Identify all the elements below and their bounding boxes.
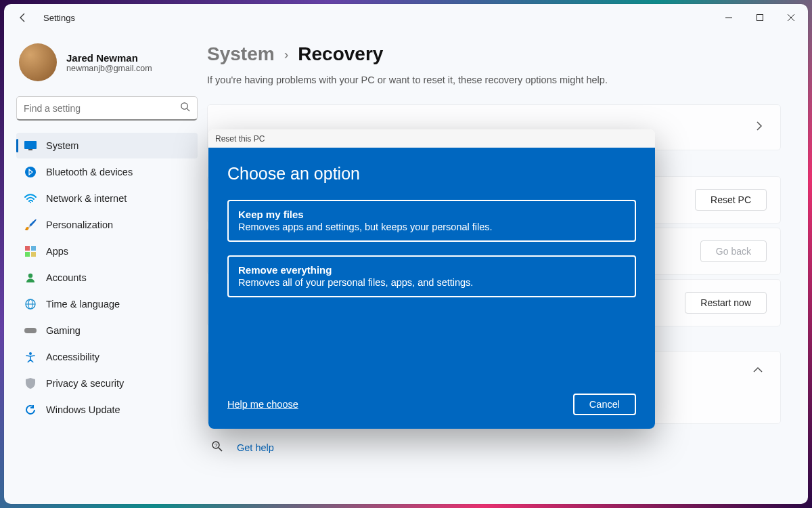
dialog-heading: Choose an option — [227, 164, 636, 184]
svg-point-7 — [30, 202, 31, 203]
search-icon — [180, 102, 190, 114]
profile-name: Jared Newman — [66, 52, 152, 64]
sidebar-item-label: Personalization — [46, 219, 113, 230]
sidebar-item-gaming[interactable]: Gaming — [16, 318, 198, 343]
sidebar-item-label: Windows Update — [46, 404, 120, 415]
settings-window: Settings Jared Newman newmanjb@gmail.com — [4, 4, 808, 504]
sidebar: Jared Newman newmanjb@gmail.com System B… — [4, 31, 207, 504]
minimize-button[interactable] — [713, 7, 744, 28]
sidebar-item-label: System — [46, 140, 78, 151]
svg-line-3 — [187, 108, 189, 111]
get-help-link[interactable]: Get help — [237, 442, 274, 453]
sidebar-item-label: Network & internet — [46, 193, 127, 204]
sidebar-item-label: Accounts — [46, 272, 87, 283]
svg-rect-9 — [31, 246, 36, 251]
sidebar-item-label: Bluetooth & devices — [46, 167, 133, 177]
search-input[interactable] — [24, 103, 180, 114]
svg-point-12 — [28, 274, 32, 278]
page-title: Recovery — [298, 43, 383, 65]
system-icon — [24, 140, 37, 152]
svg-point-2 — [181, 103, 187, 109]
sidebar-item-privacy[interactable]: Privacy & security — [16, 371, 198, 396]
sidebar-item-bluetooth[interactable]: Bluetooth & devices — [16, 159, 198, 185]
svg-text:?: ? — [215, 442, 218, 448]
sidebar-item-apps[interactable]: Apps — [16, 238, 198, 264]
profile-email: newmanjb@gmail.com — [66, 64, 152, 73]
breadcrumb: System › Recovery — [207, 43, 781, 65]
sidebar-item-label: Time & language — [46, 299, 120, 310]
go-back-button[interactable]: Go back — [700, 240, 767, 262]
globe-icon — [24, 298, 37, 310]
brush-icon: 🖌️ — [24, 219, 37, 231]
svg-rect-8 — [25, 246, 30, 251]
window-controls — [713, 7, 807, 28]
sidebar-item-label: Apps — [46, 246, 68, 257]
back-button[interactable] — [15, 9, 31, 26]
svg-point-17 — [29, 352, 32, 355]
profile-block[interactable]: Jared Newman newmanjb@gmail.com — [16, 37, 198, 91]
sidebar-item-update[interactable]: Windows Update — [16, 397, 198, 423]
sidebar-item-personalization[interactable]: 🖌️ Personalization — [16, 212, 198, 238]
svg-rect-16 — [24, 328, 37, 333]
reset-pc-button[interactable]: Reset PC — [695, 189, 767, 211]
dialog-title: Reset this PC — [208, 129, 655, 148]
chevron-right-icon — [756, 121, 767, 133]
sidebar-item-label: Accessibility — [46, 352, 99, 362]
restart-now-button[interactable]: Restart now — [685, 292, 767, 314]
option-desc: Removes all of your personal files, apps… — [238, 277, 625, 288]
app-title: Settings — [43, 13, 75, 23]
option-title: Remove everything — [238, 264, 625, 276]
svg-rect-10 — [25, 252, 30, 257]
accessibility-icon — [24, 351, 37, 363]
svg-rect-1 — [757, 15, 763, 21]
avatar — [19, 43, 57, 81]
bluetooth-icon — [24, 166, 37, 178]
wifi-icon — [24, 192, 37, 205]
option-title: Keep my files — [238, 209, 625, 220]
sidebar-item-network[interactable]: Network & internet — [16, 186, 198, 211]
controller-icon — [24, 324, 37, 337]
maximize-button[interactable] — [744, 7, 775, 28]
svg-line-19 — [219, 448, 222, 451]
chevron-up-icon — [753, 364, 767, 376]
help-me-choose-link[interactable]: Help me choose — [227, 399, 298, 410]
chevron-right-icon: › — [284, 47, 289, 62]
sidebar-item-time-language[interactable]: Time & language — [16, 291, 198, 317]
sidebar-item-accessibility[interactable]: Accessibility — [16, 344, 198, 370]
option-remove-everything[interactable]: Remove everything Removes all of your pe… — [227, 255, 636, 297]
sidebar-item-system[interactable]: System — [16, 133, 198, 158]
option-desc: Removes apps and settings, but keeps you… — [238, 221, 625, 232]
cancel-button[interactable]: Cancel — [573, 394, 636, 415]
titlebar: Settings — [4, 4, 808, 31]
update-icon — [24, 404, 37, 416]
sidebar-nav: System Bluetooth & devices Network & int… — [16, 133, 198, 423]
svg-rect-11 — [31, 252, 36, 257]
breadcrumb-parent[interactable]: System — [207, 43, 275, 65]
svg-rect-4 — [24, 141, 37, 149]
help-icon: ? — [211, 440, 223, 455]
get-help-row[interactable]: ? Get help — [207, 428, 781, 471]
svg-rect-5 — [28, 149, 32, 150]
search-box[interactable] — [16, 96, 198, 121]
page-subtitle: If you're having problems with your PC o… — [207, 75, 781, 85]
sidebar-item-label: Gaming — [46, 325, 81, 336]
option-keep-my-files[interactable]: Keep my files Removes apps and settings,… — [227, 200, 636, 242]
shield-icon — [24, 377, 37, 389]
close-button[interactable] — [775, 7, 807, 28]
reset-pc-dialog: Reset this PC Choose an option Keep my f… — [208, 129, 655, 429]
sidebar-item-accounts[interactable]: Accounts — [16, 265, 198, 291]
sidebar-item-label: Privacy & security — [46, 378, 124, 389]
svg-point-6 — [25, 167, 36, 177]
person-icon — [24, 272, 37, 284]
apps-icon — [24, 245, 37, 257]
